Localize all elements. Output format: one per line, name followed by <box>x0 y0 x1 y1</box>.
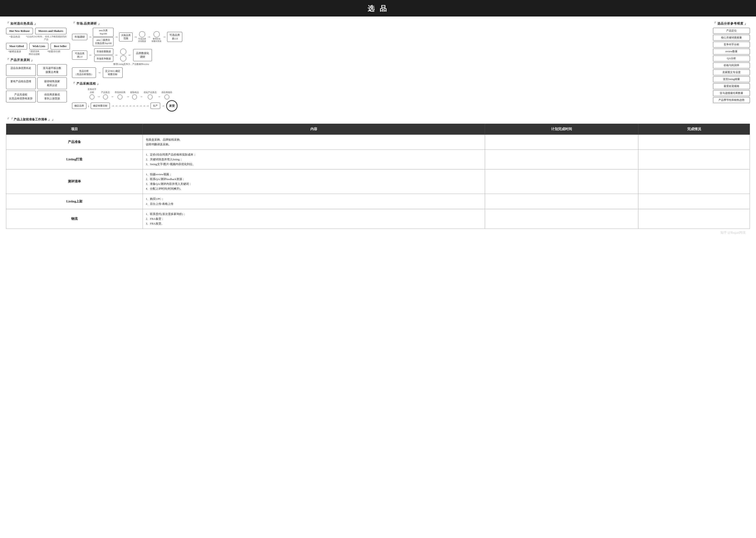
badge-row-1: Hot New Release Movers and Shakers <box>6 28 67 34</box>
ref-item-8: 首页listing销量 <box>713 77 750 82</box>
row-content-review: 1、拍摄review视频；2、联系QA/测评feedback资源；3、准备QA/… <box>142 169 485 194</box>
proc-label-3: 寻找供应商 <box>115 91 126 94</box>
note-2a: *被赠送最多 <box>6 50 24 56</box>
hot-sell-title: 如何选出热卖品 <box>6 22 67 26</box>
principle-3: 要有产品组合思维 <box>6 78 36 89</box>
table-row: 测评清单 1、拍摄review视频；2、联系QA/测评feedback资源；3、… <box>6 169 750 194</box>
badge-desc-1: *新品热卖 *过去的24小时内， 排名上升幅度最剧烈的产品 <box>6 35 67 41</box>
analysis-ref-section: 选品分析参考维度 产品定位 核心关键词搜索量 竞争对手分析 review数量 Q… <box>713 22 750 112</box>
row-content-listing: 1、定价(结合同类产品价格和实际成本；2、关键词筛选并埋入listing；3、l… <box>142 149 485 169</box>
proc-label-4: 获取样品 <box>130 91 139 94</box>
row-content-listing-launch: 1、购买UPC；2、后台上传/表格上传 <box>142 194 485 209</box>
proc-arrow-2: → <box>111 95 114 99</box>
proc-circle-2 <box>103 95 108 99</box>
principle-2: 亚马逊平移台数据重点考量 <box>37 64 67 76</box>
proc-label-2: 产品形态 <box>101 91 110 94</box>
proc-arrow-3: → <box>126 95 129 99</box>
arrow-1: → <box>88 35 92 39</box>
badge-desc-2: *被赠送最多 *愿望清单降价会提醒 *销量排行榜 <box>6 50 67 56</box>
competition-data-box: 市场竞争数据 <box>94 56 113 62</box>
arrow-2: → <box>115 35 118 39</box>
category-range-box: 大致品类范围 <box>119 32 133 41</box>
market-research-title: 市场.品类调研 <box>72 22 708 26</box>
row-status-listing <box>638 149 750 169</box>
define-sku-box: 定义SKU,确定销量目标 <box>103 68 123 78</box>
arrow-9: → <box>98 71 101 75</box>
note-1b: *过去的24小时内， 排名上升幅度最剧烈的产品 <box>26 35 67 41</box>
selectable-2-box: 可选品类表2.0 <box>72 51 87 60</box>
proc-bot-arrow-1: ↓ <box>88 104 89 108</box>
proc-step-3: 寻找供应商 <box>115 91 126 99</box>
row-plan-logistics <box>485 209 638 229</box>
proc-circle-3 <box>118 95 122 99</box>
proc-arrow-1: → <box>97 95 100 99</box>
movers-shakers-badge: Movers and Shakers <box>35 28 66 34</box>
analysis-box: 竞品分析（竞品分析报告） <box>72 68 96 78</box>
market-start-box: 市场调研 <box>72 34 87 40</box>
row-content-logistics: 1、联系货代(首次需多家询价)；2、FBA备货；3、FBA发货。 <box>142 209 485 229</box>
proc-step-5: 优化产品形态 <box>144 91 157 99</box>
amz-second-box: amz二级类目大致品类Top100 <box>93 37 114 46</box>
category-data-box: 品类数据化调研 <box>133 49 152 61</box>
table-row: 物流 1、联系货代(首次需多家询价)；2、FBA备货；3、FBA发货。 <box>6 209 750 229</box>
proc-label-1: 竞争对手分析 <box>88 88 96 94</box>
selectable-1-box: 可选品类表1.0 <box>167 32 182 42</box>
market-research: 市场.品类调研 市场调研 → amz大类Top100 amz二级类目大致品类To… <box>72 22 708 78</box>
procurement-section: 产品采购流程 竞争对手分析 → 产品形态 → 寻找供应商 <box>72 82 708 112</box>
most-gifted-badge: Most Gifted <box>6 43 27 49</box>
oval-1 <box>139 31 145 37</box>
hot-new-release-badge: Hot New Release <box>6 28 33 34</box>
proc-circle-6 <box>164 95 169 99</box>
ref-list: 产品定位 核心关键词搜索量 竞争对手分析 review数量 QA分析 价格与利润… <box>713 28 750 103</box>
proc-label-5: 优化产品形态 <box>144 91 157 94</box>
watermark: 知乎 @Regan跨境 <box>6 231 750 235</box>
middle-section: 市场.品类调研 市场调研 → amz大类Top100 amz二级类目大致品类To… <box>72 22 708 112</box>
note-2b: *愿望清单降价会提醒 <box>26 50 43 56</box>
proc-step-2: 产品形态 <box>101 91 110 99</box>
proc-circle-4 <box>132 95 137 99</box>
table-row: 产品准备 包装盒采购、品牌贴纸采购、说明书翻译及采购。 <box>6 134 750 149</box>
row-status-product-prep <box>638 134 750 149</box>
proc-step-6: 供应商报价 <box>161 91 172 99</box>
table-section-title: 「 产品上架前准备工作清单 」 <box>6 118 750 122</box>
oval-2 <box>154 31 160 37</box>
analysis-ref-title: 选品分析参考维度 <box>713 22 750 26</box>
proc-bot-arrow-3: → <box>161 104 165 108</box>
note-2c: *销量排行榜 <box>45 50 63 56</box>
row-content-product-prep: 包装盒采购、品牌贴纸采购、说明书翻译及采购。 <box>142 134 485 149</box>
ref-item-1: 产品定位 <box>713 28 750 33</box>
badge-row-2: Most Gifted Wish Lists Best Seller <box>6 43 67 49</box>
table-row: Listing打造 1、定价(结合同类产品价格和实际成本；2、关键词筛选并埋入l… <box>6 149 750 169</box>
th-project: 项目 <box>6 124 143 134</box>
confirm-category-box: 确定品类 <box>72 103 86 109</box>
proc-bot-arrow-2: →→→→→→→→→→→ <box>111 104 149 108</box>
page-title: 选 品 <box>368 5 388 12</box>
ship-circle: 发货 <box>166 100 178 112</box>
principle-6: 供应商质量优拿到上游货源 <box>37 91 67 102</box>
principles-grid: 适合自身优势长处 亚马逊平移台数据重点考量 要有产品组合思维 获得销售国家相关认… <box>6 64 67 102</box>
principle-4: 获得销售国家相关认证 <box>37 78 67 89</box>
oval-4 <box>120 55 126 61</box>
wish-lists-badge: Wish Lists <box>29 43 49 49</box>
page-header: 选 品 <box>0 0 756 17</box>
table-row: Listing上架 1、购买UPC；2、后台上传/表格上传 <box>6 194 750 209</box>
confirm-sales-box: 确定销量目标 <box>91 103 110 109</box>
row-plan-listing <box>485 149 638 169</box>
th-status: 完成情况 <box>638 124 750 134</box>
procurement-title: 产品采购流程 <box>72 82 708 86</box>
row-plan-listing-launch <box>485 194 638 209</box>
arrow-5: → <box>163 35 166 39</box>
arrow-8: ← <box>128 53 132 57</box>
proc-step-1: 竞争对手分析 <box>88 88 96 99</box>
proc-circle-1 <box>90 95 94 99</box>
ref-item-11: 产品季节性和销售趋势 <box>713 97 750 103</box>
row-plan-review <box>485 169 638 194</box>
row-label-logistics: 物流 <box>6 209 143 229</box>
dev-principles-title: 产品开发原则 <box>6 58 67 62</box>
th-plan-time: 计划完成时间 <box>485 124 638 134</box>
arrow-4: → <box>147 35 151 39</box>
best-seller-badge: Best Seller <box>51 43 70 49</box>
arrow-3: → <box>134 35 137 39</box>
row-status-review <box>638 169 750 194</box>
row-label-product-prep: 产品准备 <box>6 134 143 149</box>
